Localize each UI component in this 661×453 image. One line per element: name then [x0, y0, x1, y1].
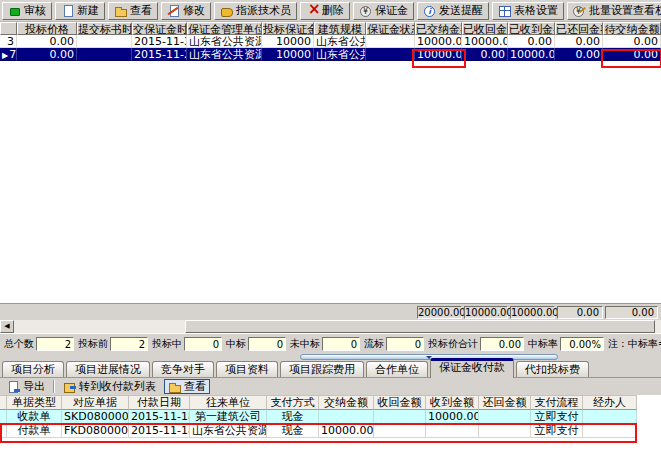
edit-button[interactable]: 修改 [161, 2, 211, 20]
table-row[interactable]: 收款单 SKD080000025 2015-11-18 第一建筑公司 现金 10… [0, 410, 637, 424]
column-header-recovered-amount[interactable]: 已收回金额 [462, 22, 508, 35]
cell-deposit-status [366, 35, 415, 48]
column-header-doc-number[interactable]: 对应单据 [62, 395, 129, 410]
column-header-counterparty[interactable]: 往来单位 [190, 395, 267, 410]
row-selector [0, 410, 7, 424]
cell-paid-amount [319, 410, 374, 424]
pane-splitter[interactable] [0, 353, 661, 361]
payments-sub-toolbar: 导出 转到收付款列表 查看 [0, 378, 661, 395]
field-value: 0.00 [480, 337, 524, 351]
table-settings-button[interactable]: 表格设置 [492, 2, 564, 20]
audit-icon [8, 5, 21, 17]
cell-returned-amount: 0.00 [555, 48, 603, 61]
total-returned-amount: 0.00 [557, 306, 603, 319]
tab-competitors[interactable]: 竞争对手 [152, 361, 214, 377]
payment-table: 单据类型 对应单据 付款日期 往来单位 支付方式 交纳金额 收回金额 收到金额 … [0, 395, 661, 453]
column-header-returned-amount[interactable]: 还回金额 [479, 395, 531, 410]
column-header-doc-type[interactable]: 单据类型 [7, 395, 62, 410]
goto-list-icon [63, 381, 76, 393]
column-header-bid-deposit[interactable]: 投标保证金 [262, 22, 314, 35]
button-label: 保证金 [375, 3, 408, 18]
tab-withheld-bid-fees[interactable]: 代扣投标费 [516, 361, 589, 377]
total-paid-amount: 20000.00 [417, 306, 462, 319]
cell-building-scale: 山东省公共资 [314, 48, 366, 61]
summary-field-lost: 未中标0 [290, 337, 360, 351]
summary-bar: 总个数2 投标前2 投标中0 中标0 未中标0 流标0 投标价合计0.00 中标… [0, 333, 661, 353]
column-header-submit-time[interactable]: 提交标书时间 [77, 22, 132, 35]
payment-table-header: 单据类型 对应单据 付款日期 往来单位 支付方式 交纳金额 收回金额 收到金额 … [0, 395, 637, 410]
export-icon [7, 381, 20, 393]
column-header-returned-amount[interactable]: 已还回金额 [555, 22, 603, 35]
cell-deposit-time: 2015-11-30 [132, 35, 187, 48]
summary-field-win-rate: 中标率0.00% [528, 337, 604, 351]
column-header-payment-flow[interactable]: 支付流程 [531, 395, 583, 410]
view-icon [114, 5, 127, 17]
summary-field-total: 总个数2 [4, 337, 74, 351]
export-button[interactable]: 导出 [3, 379, 49, 394]
column-header-selector[interactable] [0, 22, 17, 35]
edit-icon [167, 5, 180, 17]
tab-project-analysis[interactable]: 项目分析 [2, 361, 64, 377]
total-recovered-amount: 10000.00 [464, 306, 508, 319]
cell-returned-amount [479, 410, 531, 424]
column-header-handler[interactable]: 经办人 [583, 395, 637, 410]
row-id: ▶7 [0, 48, 17, 61]
column-header-payment-method[interactable]: 支付方式 [267, 395, 319, 410]
column-header-deposit-unit[interactable]: 保证金管理单位 [187, 22, 262, 35]
tab-tracking-costs[interactable]: 项目跟踪费用 [280, 361, 364, 377]
audit-button[interactable]: 审核 [2, 2, 52, 20]
column-header-paid-amount[interactable]: 已交纳金额 [415, 22, 462, 35]
cell-recovered-amount: 0.00 [462, 48, 508, 61]
column-header-building-scale[interactable]: 建筑规模 [314, 22, 366, 35]
goto-payment-list-button[interactable]: 转到收付款列表 [59, 379, 160, 394]
delete-button[interactable]: 删除 [300, 2, 350, 20]
cell-payment-date: 2015-11-18 [129, 410, 190, 424]
column-header-pending-amount[interactable]: 待交纳金额 [603, 22, 661, 35]
cell-building-scale: 山东省公共资 [314, 35, 366, 48]
cell-received-amount: 0.00 [508, 35, 555, 48]
total-received-amount: 10000.00 [510, 306, 555, 319]
column-header-paid-amount[interactable]: 交纳金额 [319, 395, 374, 410]
table-row-selected[interactable]: ▶7 0.00 2015-11-21 山东省公共资源交 10000 山东省公共资… [0, 48, 661, 61]
summary-note: 注：中标率=中标/(中标+未中标) [608, 337, 661, 351]
batch-permissions-button[interactable]: 批量设置查看权限 [567, 2, 661, 20]
column-header-payment-date[interactable]: 付款日期 [129, 395, 190, 410]
table-row[interactable]: 3 0.00 2015-11-30 山东省公共资源交 10000 山东省公共资 … [0, 35, 661, 48]
tab-project-documents[interactable]: 项目资料 [216, 361, 278, 377]
column-header-received-amount[interactable]: 已收到金额 [508, 22, 555, 35]
column-header-received-amount[interactable]: 收到金额 [426, 395, 479, 410]
send-reminder-button[interactable]: 发送提醒 [417, 2, 489, 20]
field-value: 0 [386, 337, 424, 351]
summary-field-won: 中标0 [226, 337, 286, 351]
highlight-box-pending-amount [601, 49, 661, 68]
tab-partners[interactable]: 合作单位 [366, 361, 428, 377]
column-header-deposit-status[interactable]: 保证金状态 [366, 22, 415, 35]
assign-technician-button[interactable]: 指派技术员 [214, 2, 297, 20]
button-label: 修改 [183, 3, 205, 18]
button-label: 批量设置查看权限 [589, 3, 661, 18]
view-payment-button[interactable]: 查看 [164, 379, 210, 394]
button-label: 转到收付款列表 [79, 379, 156, 394]
field-label: 总个数 [4, 337, 34, 351]
cell-recovered-amount: 10000.00 [462, 35, 508, 48]
deposit-button[interactable]: 保证金 [353, 2, 414, 20]
cell-doc-number: SKD080000025 [62, 410, 129, 424]
tab-project-progress[interactable]: 项目进展情况 [66, 361, 150, 377]
column-header-bid-price[interactable]: 投标价格 [17, 22, 77, 35]
assign-technician-icon [220, 5, 233, 17]
view-button[interactable]: 查看 [108, 2, 158, 20]
scrollbar-thumb[interactable] [185, 320, 655, 333]
cell-deposit-unit: 山东省公共资源交 [187, 35, 262, 48]
new-button[interactable]: 新建 [55, 2, 105, 20]
summary-field-prebid: 投标前2 [78, 337, 148, 351]
column-header-deposit-time[interactable]: 交保证金时间 [132, 22, 187, 35]
tab-deposit-payments[interactable]: 保证金收付款 [430, 358, 514, 378]
cell-bid-deposit: 10000 [262, 35, 314, 48]
horizontal-scrollbar[interactable]: ◀ [0, 320, 661, 333]
cell-counterparty: 第一建筑公司 [190, 410, 267, 424]
splitter-handle[interactable] [300, 354, 558, 360]
total-pending-amount: 0.00 [605, 306, 658, 319]
scroll-left-arrow-icon[interactable]: ◀ [0, 320, 14, 333]
column-header-recovered-amount[interactable]: 收回金额 [374, 395, 426, 410]
cell-paid-amount: 10000.00 [415, 35, 462, 48]
